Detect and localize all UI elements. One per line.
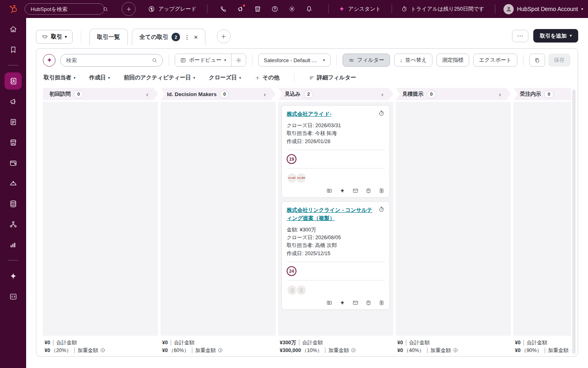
sidebar-item-automation[interactable] xyxy=(5,218,21,230)
stage-weighted: ¥0 xyxy=(45,348,50,353)
save-button[interactable]: 保存 xyxy=(548,54,570,67)
column-header[interactable]: 見込み 2 ‹ xyxy=(278,88,393,100)
info-icon[interactable] xyxy=(453,348,458,353)
info-icon[interactable] xyxy=(218,348,223,353)
global-search-input[interactable] xyxy=(31,6,102,12)
company-avatar[interactable] xyxy=(296,285,307,296)
trial-status[interactable]: トライアルは残り250日間です xyxy=(401,5,484,13)
deal-title-link[interactable]: 株式会社リンクライン - コンサルティング提案（複製） xyxy=(287,207,372,221)
help-button[interactable] xyxy=(271,5,278,13)
ai-sparkle-icon[interactable] xyxy=(339,188,345,194)
sidebar-item-crm[interactable] xyxy=(4,72,22,90)
collapse-column-icon[interactable]: ‹ xyxy=(264,91,267,97)
collapse-column-icon[interactable]: ‹ xyxy=(381,91,385,97)
marketplace-button[interactable] xyxy=(254,5,261,13)
filter-last-activity[interactable]: 前回のアクティビティー日 ▾ xyxy=(124,74,195,81)
sidebar-item-commerce[interactable] xyxy=(5,137,21,148)
column-drop-area[interactable] xyxy=(160,102,276,336)
task-icon[interactable] xyxy=(379,300,385,306)
stage-count: 0 xyxy=(220,90,229,98)
deal-card[interactable]: 株式会社リンクライン - コンサルティング提案（複製） 金額: ¥300万 クロ… xyxy=(281,201,390,310)
clone-view-button[interactable] xyxy=(529,54,545,67)
column-drop-area[interactable] xyxy=(43,102,158,336)
column-header[interactable]: 見積提示 0 ‹ xyxy=(396,88,511,100)
sidebar-item-ai[interactable] xyxy=(5,270,21,282)
tab-close-icon[interactable]: × xyxy=(194,34,198,40)
tab-deal-list[interactable]: 取引一覧 xyxy=(89,29,128,45)
deal-card[interactable]: 株式会社アライド- クローズ日: 2026/03/31 取引担当者: 今枝 拓海… xyxy=(281,105,390,198)
hubspot-logo-icon[interactable] xyxy=(8,4,19,14)
preview-panel-icon[interactable] xyxy=(326,188,332,194)
advanced-filters-button[interactable]: 詳細フィルター xyxy=(309,74,356,81)
email-icon[interactable] xyxy=(352,300,359,306)
global-search[interactable] xyxy=(24,3,105,15)
sidebar-item-payments[interactable] xyxy=(5,157,21,168)
board-search[interactable] xyxy=(60,54,163,67)
sort-arrow-icon: ↓ xyxy=(400,57,403,63)
tab-label: 取引一覧 xyxy=(97,34,120,41)
tab-options-icon[interactable]: ⋮ xyxy=(183,34,191,40)
sidebar-item-reporting[interactable] xyxy=(5,239,21,250)
sidebar-item-developer[interactable] xyxy=(5,291,21,302)
email-icon[interactable] xyxy=(352,188,359,194)
stopwatch-icon[interactable] xyxy=(378,110,385,117)
sidebar-item-service[interactable] xyxy=(5,177,21,189)
column-drop-area[interactable] xyxy=(513,102,571,336)
info-icon[interactable] xyxy=(351,348,356,353)
preview-panel-icon[interactable] xyxy=(326,300,332,306)
sidebar-item-marketing[interactable] xyxy=(5,96,21,107)
marketing-notifications-button[interactable] xyxy=(237,5,244,13)
note-icon[interactable] xyxy=(365,188,372,194)
upgrade-button[interactable]: アップグレード xyxy=(148,5,196,13)
metrics-button[interactable]: 測定指標 xyxy=(437,54,469,67)
board-settings-button[interactable] xyxy=(231,54,246,66)
vertical-scrollbar[interactable] xyxy=(572,90,575,354)
notifications-button[interactable] xyxy=(305,5,313,13)
add-view-button[interactable] xyxy=(217,29,231,43)
object-type-dropdown[interactable]: 取引 ▾ xyxy=(36,30,73,44)
days-in-stage-badge[interactable]: 24 xyxy=(287,266,296,276)
column-drop-area[interactable]: 株式会社アライド- クローズ日: 2026/03/31 取引担当者: 今枝 拓海… xyxy=(278,102,393,336)
column-header[interactable]: 初回訪問 0 ‹ xyxy=(43,88,158,100)
filter-deal-owner[interactable]: 取引担当者 ▾ xyxy=(44,74,76,81)
filter-more[interactable]: その他 xyxy=(255,74,279,81)
add-deal-button[interactable]: 取引を追加 ▾ xyxy=(533,29,578,43)
collapse-column-icon[interactable]: ‹ xyxy=(499,91,503,97)
filter-button[interactable]: フィルター xyxy=(343,54,390,67)
task-icon[interactable] xyxy=(379,188,385,194)
calling-button[interactable] xyxy=(220,5,227,13)
deal-title-link[interactable]: 株式会社アライド- xyxy=(287,111,332,117)
global-create-button[interactable] xyxy=(122,2,136,16)
deal-field-close-date: クローズ日: 2026/03/31 xyxy=(287,122,385,130)
ai-sparkle-icon[interactable] xyxy=(339,300,345,306)
export-button[interactable]: エクスポート xyxy=(473,54,517,67)
settings-button[interactable] xyxy=(288,5,296,13)
info-icon[interactable] xyxy=(100,348,105,353)
column-header[interactable]: Id. Decision Makers 0 ‹ xyxy=(160,88,276,100)
days-in-stage-badge[interactable]: 19 xyxy=(287,154,296,164)
column-drop-area[interactable] xyxy=(396,102,511,336)
tab-all-deals[interactable]: 全ての取引 2 ⋮ × xyxy=(132,29,205,45)
board-view-dropdown[interactable]: ボードビュー ▾ xyxy=(175,54,231,66)
filter-close-date[interactable]: クローズ日 ▾ xyxy=(209,74,241,81)
info-icon[interactable] xyxy=(570,348,571,353)
board-search-input[interactable] xyxy=(66,57,151,63)
divider xyxy=(252,55,252,65)
assistant-button[interactable]: アシスタント xyxy=(339,5,381,13)
pipeline-selector[interactable]: Salesforce - Default Pipeli... ▾ xyxy=(258,54,331,67)
more-actions-button[interactable]: ⋯ xyxy=(512,30,528,42)
stopwatch-icon[interactable] xyxy=(378,206,385,213)
company-avatar[interactable]: ALLIED xyxy=(296,173,307,184)
ai-assistant-button[interactable] xyxy=(43,54,56,67)
sidebar-item-home[interactable] xyxy=(5,23,21,35)
advanced-filter-icon xyxy=(309,75,314,81)
column-header[interactable]: 受注内示 0 ‹ xyxy=(513,88,571,100)
sidebar-item-content[interactable] xyxy=(5,116,21,128)
account-menu[interactable]: HubSpot Demo Account ▾ xyxy=(503,4,583,14)
sidebar-item-bookmarks[interactable] xyxy=(5,44,21,55)
collapse-column-icon[interactable]: ‹ xyxy=(146,91,150,97)
sidebar-item-data[interactable] xyxy=(5,198,21,209)
filter-create-date[interactable]: 作成日 ▾ xyxy=(89,74,110,81)
note-icon[interactable] xyxy=(365,300,372,306)
sort-button[interactable]: ↓ 並べ替え xyxy=(394,54,432,67)
